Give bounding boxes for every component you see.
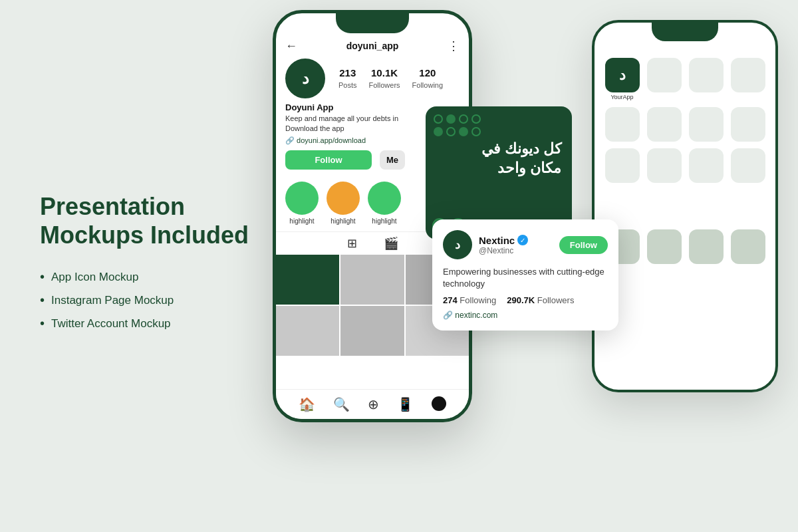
reels-tab-icon[interactable]: 🎬 (384, 236, 398, 251)
grid-tab-icon[interactable]: ⊞ (347, 236, 357, 251)
highlight-circle-3 (368, 182, 401, 215)
insta-header: ← doyuni_app ⋮ (276, 33, 469, 59)
app-label: YourApp (610, 94, 633, 100)
app-placeholder-9 (646, 148, 682, 183)
reels-icon[interactable]: 📱 (397, 396, 414, 412)
post-cell-4 (276, 306, 339, 356)
twitter-followers: 290.7K Followers (507, 295, 574, 305)
list-item: Instagram Page Mockup (40, 293, 253, 309)
stat-posts: 213 Posts (338, 67, 357, 90)
app-placeholder-11 (730, 148, 765, 183)
twitter-follow-button[interactable]: Follow (559, 236, 608, 254)
highlight-2: highlight (327, 182, 360, 225)
phones-container: د YourApp (253, 0, 798, 532)
app-placeholder-6 (688, 107, 724, 142)
search-icon[interactable]: 🔍 (333, 396, 350, 412)
bottom-placeholder-4 (730, 229, 765, 264)
twitter-card-header: د Nextinc ✓ @Nextinc Follow (443, 230, 608, 259)
twitter-avatar: د (443, 230, 472, 259)
twitter-name: Nextinc (479, 235, 515, 246)
list-item: App Icon Mockup (40, 270, 253, 285)
insta-username: doyuni_app (346, 41, 399, 51)
home-icon[interactable]: 🏠 (299, 396, 315, 412)
phone-back: د YourApp (592, 20, 778, 392)
post-cell-1 (276, 255, 339, 305)
twitter-card: د Nextinc ✓ @Nextinc Follow Empowering b… (432, 219, 618, 331)
bubble (434, 114, 443, 124)
message-button[interactable]: Me (380, 150, 405, 170)
twitter-following: 274 Following (443, 295, 496, 305)
app-placeholder-5 (646, 107, 682, 142)
bullet-list: App Icon Mockup Instagram Page Mockup Tw… (40, 270, 253, 332)
twitter-bio: Empowering businesses with cutting-edge … (443, 266, 608, 290)
app-placeholder-8 (604, 148, 640, 183)
twitter-handle: @Nextinc (479, 246, 553, 255)
bubble (471, 127, 481, 136)
post-cell-2 (340, 255, 404, 305)
phone-back-notch (652, 23, 718, 41)
insta-profile-top: د 213 Posts 10.1K Followers 120 Followin… (285, 59, 460, 98)
bubble (471, 114, 481, 124)
avatar: د (285, 59, 325, 98)
follow-button[interactable]: Follow (285, 150, 372, 170)
bottom-app-grid (604, 229, 765, 264)
bubble (446, 114, 456, 124)
app-placeholder-4 (604, 107, 640, 142)
highlight-1: highlight (285, 182, 319, 225)
main-app-icon: د (605, 58, 640, 92)
app-placeholder-3 (730, 58, 765, 100)
twitter-link[interactable]: 🔗 nextinc.com (443, 311, 608, 320)
bubble (446, 127, 456, 136)
app-placeholder-2 (688, 58, 724, 100)
highlight-circle-2 (327, 182, 360, 215)
twitter-info: Nextinc ✓ @Nextinc (479, 235, 553, 255)
phone-front-notch (336, 13, 409, 33)
highlight-3: highlight (368, 182, 401, 225)
bubble (459, 114, 468, 124)
insta-stats: 213 Posts 10.1K Followers 120 Following (338, 67, 443, 90)
twitter-stats: 274 Following 290.7K Followers (443, 295, 608, 305)
app-placeholder-7 (730, 107, 765, 142)
app-placeholder-10 (688, 148, 724, 183)
dark-card-arabic-text: كل ديونك في مكان واحد (481, 140, 561, 178)
stat-following: 120 Following (412, 67, 443, 90)
bottom-placeholder-3 (688, 229, 724, 264)
bubble (434, 127, 443, 136)
twitter-name-row: Nextinc ✓ (479, 235, 553, 246)
bubble (459, 127, 468, 136)
app-placeholder-1 (646, 58, 682, 100)
app-grid: د YourApp (604, 58, 765, 183)
more-icon[interactable]: ⋮ (448, 39, 460, 53)
profile-icon[interactable] (432, 396, 446, 411)
main-title: Presentation Mockups Included (40, 192, 253, 249)
list-item: Twitter Account Mockup (40, 317, 253, 332)
main-app-item: د YourApp (604, 58, 640, 100)
phone-back-content: د YourApp (595, 41, 775, 274)
back-icon[interactable]: ← (285, 39, 297, 53)
verified-badge: ✓ (517, 235, 528, 245)
highlight-circle-1 (285, 182, 319, 215)
bubble-grid (434, 114, 481, 136)
insta-bottom-nav: 🏠 🔍 ⊕ 📱 (276, 389, 469, 419)
post-cell-5 (340, 306, 404, 356)
add-icon[interactable]: ⊕ (368, 396, 379, 412)
stat-followers: 10.1K Followers (369, 67, 400, 90)
bottom-placeholder-2 (646, 229, 682, 264)
left-section: Presentation Mockups Included App Icon M… (40, 192, 253, 339)
